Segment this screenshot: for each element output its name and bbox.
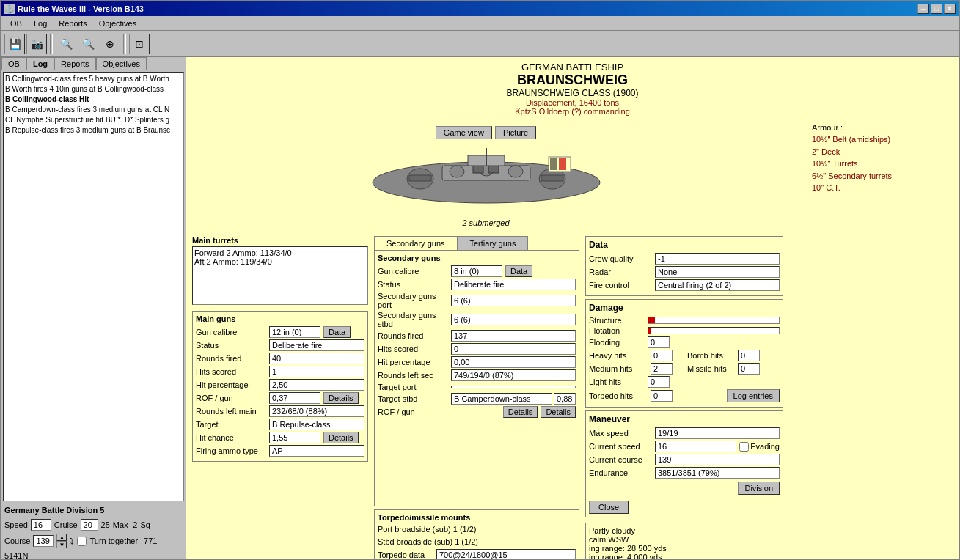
sg-hits-row: Hits scored 0 [378, 343, 576, 355]
tab-log[interactable]: Log [26, 57, 54, 70]
menu-reports[interactable]: Reports [53, 18, 93, 29]
light-hits-value: 0 [648, 376, 670, 388]
close-button[interactable]: ✕ [944, 4, 956, 14]
course-down-btn[interactable]: ▼ [56, 541, 67, 548]
toolbar-extra[interactable]: ⊡ [129, 34, 150, 54]
main-guns-data-button[interactable]: Data [323, 326, 351, 338]
log-entry-1: B Collingwood-class fires 5 heavy guns a… [5, 74, 182, 84]
current-course-value: 139 [655, 454, 780, 465]
toolbar-btn-1[interactable]: 💾 [4, 34, 25, 54]
tertiary-guns-tab[interactable]: Tertiary guns [458, 236, 529, 250]
left-tabs: OB Log Reports Objectives [1, 57, 186, 70]
hit-chance-row: Hit chance 1,55 Details [196, 432, 364, 443]
sg-rof-label: ROF / gun [378, 408, 451, 416]
endurance-value: 3851/3851 (79%) [655, 467, 780, 479]
main-turrets-title: Main turrets [192, 236, 368, 245]
sg-stbd-value: 6 (6) [451, 314, 576, 325]
evading-checkbox[interactable] [739, 442, 749, 452]
data-panels: Main turrets Forward 2 Ammo: 113/34/0 Af… [186, 233, 959, 560]
rof-value: 0,37 [269, 392, 320, 404]
menu-ob[interactable]: OB [4, 18, 28, 29]
secondary-guns-tab[interactable]: Secondary guns [374, 236, 458, 250]
right-panel: GERMAN BATTLESHIP BRAUNSCHWEIG BRAUNSCHW… [186, 57, 959, 560]
zoom-in-button[interactable]: 🔍 [56, 34, 76, 54]
sg-hit-pct-label: Hit percentage [378, 358, 451, 366]
current-speed-row: Current speed 16 Evading [589, 441, 780, 452]
rof-details-button[interactable]: Details [323, 392, 359, 404]
title-bar: ⚓ Rule the Waves III - Version B143 ─ □ … [1, 1, 959, 16]
sg-calibre-value: 8 in (0) [451, 265, 502, 277]
minimize-button[interactable]: ─ [917, 4, 929, 14]
course-input[interactable] [33, 535, 54, 547]
main-turrets-panel: Main turrets Forward 2 Ammo: 113/34/0 Af… [192, 236, 368, 305]
max-speed-value: 19/19 [655, 427, 780, 439]
speed-label: Speed [4, 520, 28, 529]
torpedo-data-label: Torpedo data [378, 550, 436, 559]
main-window: ⚓ Rule the Waves III - Version B143 ─ □ … [0, 0, 960, 560]
sg-status-value: Deliberate fire [451, 279, 576, 290]
tab-reports[interactable]: Reports [54, 57, 96, 70]
sg-target-stbd-value: B Camperdown-class [451, 393, 552, 405]
crew-quality-value: -1 [655, 253, 780, 265]
sg-target-stbd-acc: 0,88 [554, 393, 576, 405]
zoom-reset-button[interactable]: ⊕ [100, 34, 120, 54]
turn-together-checkbox[interactable] [77, 537, 87, 546]
radar-value: None [655, 266, 780, 278]
log-entry-4: CL Nymphe Superstructure hit BU *. D* Sp… [5, 115, 182, 125]
armour-item-2: 10½" Turrets [812, 158, 947, 170]
zoom-out-button[interactable]: 🔍 [78, 34, 98, 54]
ammo-type-row: Firing ammo type AP [196, 445, 364, 457]
hit-chance-value: 1,55 [269, 432, 320, 443]
maximize-button[interactable]: □ [931, 4, 942, 14]
hits-row-pair-1: Heavy hits 0 Bomb hits 0 [589, 350, 780, 361]
speed-controls: Speed Cruise 20 25 Max -2 Sq [1, 517, 186, 532]
flooding-row: Flooding 0 [589, 336, 780, 348]
rof-row: ROF / gun 0,37 Details [196, 392, 364, 404]
log-entries-button[interactable]: Log entries [727, 389, 780, 402]
course-up-btn[interactable]: ▲ [56, 534, 67, 541]
rounds-fired-value: 40 [269, 353, 364, 364]
weather-panel: Partly cloudy calm WSW ing range: 28 500… [585, 523, 783, 560]
sg-stbd-label: Secondary guns stbd [378, 311, 451, 328]
speed-input[interactable] [31, 519, 51, 531]
log-area: B Collingwood-class fires 5 heavy guns a… [3, 72, 184, 501]
main-content: OB Log Reports Objectives B Collingwood-… [1, 57, 959, 560]
tab-ob[interactable]: OB [1, 57, 26, 70]
picture-button[interactable]: Picture [495, 126, 536, 139]
flotation-label: Flotation [589, 326, 648, 335]
turret-entry-1: Aft 2 Ammo: 119/34/0 [194, 257, 366, 266]
sg-details-port-button[interactable]: Details [503, 406, 538, 418]
medium-hits-value: 2 [651, 363, 673, 375]
sg-hits-label: Hits scored [378, 345, 451, 353]
turn-together-label: Turn together [89, 537, 138, 545]
armour-panel: Armour : 10½" Belt (amidships) 2" Deck 1… [806, 120, 953, 233]
close-button[interactable]: Close [589, 501, 629, 514]
sg-rounds-left-row: Rounds left sec 749/194/0 (87%) [378, 369, 576, 381]
sg-calibre-row: Gun calibre 8 in (0) Data [378, 265, 576, 277]
division-button[interactable]: Division [738, 482, 780, 495]
weather-line3: ing range: 28 500 yds [589, 544, 780, 553]
hit-chance-details-button[interactable]: Details [323, 432, 359, 443]
structure-row: Structure [589, 316, 780, 325]
right-data-col: Data Crew quality -1 Radar None Fire con… [585, 236, 783, 560]
structure-bar [648, 317, 655, 323]
menu-objectives[interactable]: Objectives [93, 18, 142, 29]
toolbar-btn-2[interactable]: 📷 [26, 34, 47, 54]
sg-port-value: 6 (6) [451, 295, 576, 306]
torpedo-title: Torpedo/missile mounts [378, 513, 576, 522]
heavy-hits-label: Heavy hits [589, 351, 648, 360]
secondary-guns-data-button[interactable]: Data [505, 265, 532, 277]
turrets-list: Forward 2 Ammo: 113/34/0 Aft 2 Ammo: 119… [192, 246, 368, 305]
tab-objectives[interactable]: Objectives [96, 57, 147, 70]
bomb-hits-group: Bomb hits 0 [687, 350, 780, 361]
rounds-fired-row: Rounds fired 40 [196, 353, 364, 364]
radar-row: Radar None [589, 266, 780, 278]
svg-point-8 [508, 166, 523, 177]
fire-control-label: Fire control [589, 281, 655, 290]
sg-hit-pct-row: Hit percentage 0,00 [378, 356, 576, 368]
menu-log[interactable]: Log [28, 18, 53, 29]
game-view-button[interactable]: Game view [436, 126, 492, 139]
sg-details-stbd-button[interactable]: Details [541, 406, 576, 418]
sg-rounds-fired-value: 137 [451, 330, 576, 342]
toolbar-separator-2 [123, 34, 126, 54]
